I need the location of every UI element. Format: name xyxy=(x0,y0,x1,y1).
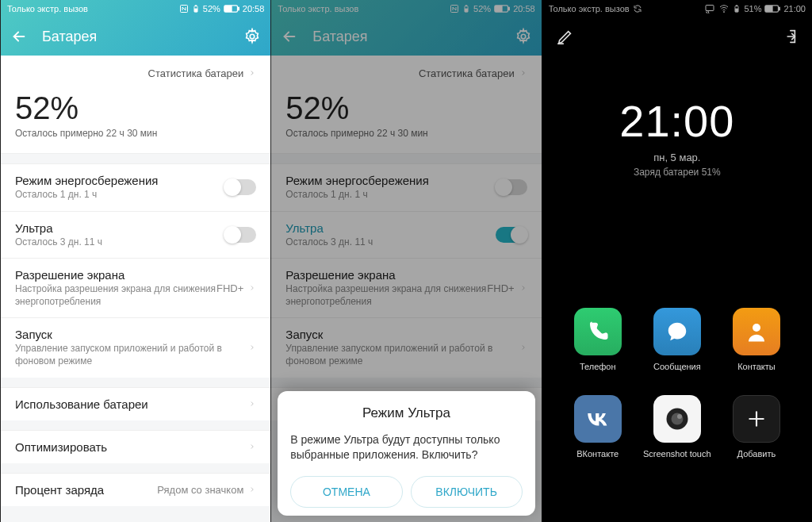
row-power-saving[interactable]: Режим энергосбережения Осталось 1 дн. 1 … xyxy=(271,163,541,211)
row-power-saving[interactable]: Режим энергосбережения Осталось 1 дн. 1 … xyxy=(1,163,270,211)
status-left: Только экстр. вызов xyxy=(549,4,642,13)
exit-icon[interactable] xyxy=(780,28,798,45)
date: пн, 5 мар. xyxy=(542,152,812,163)
status-bar: Только экстр. вызов 52% 20:58 xyxy=(271,0,541,17)
row-title: Процент заряда xyxy=(15,483,157,497)
status-left: Только экстр. вызов xyxy=(278,4,358,13)
gear-icon[interactable] xyxy=(243,28,261,45)
big-time: 21:00 xyxy=(542,95,812,147)
app-label: Сообщения xyxy=(653,362,701,371)
toggle-ultra[interactable] xyxy=(224,227,256,243)
app-label: Контакты xyxy=(737,362,776,371)
row-battery-usage[interactable]: Использование батареи xyxy=(1,387,270,420)
ultra-mode-dialog: Режим Ультра В режиме Ультра будут досту… xyxy=(278,391,534,516)
status-time: 20:58 xyxy=(513,4,535,13)
row-title: Ультра xyxy=(15,221,224,235)
spacer xyxy=(1,420,270,430)
row-screen-resolution[interactable]: Разрешение экрана Настройка разрешения э… xyxy=(271,258,541,317)
chevron-right-icon xyxy=(519,67,527,79)
battery-bar-icon xyxy=(494,5,510,13)
nfc-icon xyxy=(179,4,189,13)
row-optimize[interactable]: Оптимизировать xyxy=(1,430,270,463)
phone-2-ultra-dialog: Только экстр. вызов 52% 20:58 Батарея Ст… xyxy=(270,0,541,522)
app-vk[interactable]: ВКонтакте xyxy=(558,395,638,459)
charge-text: Заряд батареи 51% xyxy=(542,167,812,178)
row-subtitle: Осталось 3 дн. 11 ч xyxy=(285,236,495,249)
app-screenshot-touch[interactable]: Screenshot touch xyxy=(638,395,717,459)
back-icon[interactable] xyxy=(10,28,28,45)
svg-rect-14 xyxy=(496,6,502,12)
svg-rect-16 xyxy=(706,6,714,11)
chevron-right-icon xyxy=(248,282,256,294)
spacer xyxy=(1,154,270,163)
row-ultra[interactable]: Ультра Осталось 3 дн. 11 ч xyxy=(1,211,270,259)
spacer xyxy=(1,463,270,473)
row-subtitle: Управление запуском приложений и работой… xyxy=(285,343,519,367)
spacer xyxy=(1,378,270,387)
svg-rect-10 xyxy=(465,6,467,6)
battery-bar-icon xyxy=(224,5,239,13)
app-add[interactable]: Добавить xyxy=(717,395,796,459)
battery-summary: Статистика батареи 52% Осталось примерно… xyxy=(1,56,270,154)
svg-rect-22 xyxy=(779,7,781,10)
svg-rect-20 xyxy=(736,9,738,12)
svg-rect-5 xyxy=(238,7,239,10)
header-area: Только экстр. вызов 52% 20:58 Батарея xyxy=(271,0,541,56)
row-subtitle: Управление запуском приложений и работой… xyxy=(15,343,248,367)
toggle-power-saving[interactable] xyxy=(224,179,256,195)
wifi-icon xyxy=(718,4,730,13)
chevron-right-icon xyxy=(519,342,527,353)
row-value: FHD+ xyxy=(216,282,243,294)
app-label: ВКонтакте xyxy=(576,449,619,459)
row-battery-percent-setting[interactable]: Процент заряда Рядом со значком xyxy=(1,473,270,506)
battery-icon xyxy=(462,4,470,13)
top-bar xyxy=(542,17,812,56)
battery-remaining: Осталось примерно 22 ч 30 мин xyxy=(15,128,256,139)
chevron-right-icon xyxy=(248,67,256,79)
screenshot-icon xyxy=(653,395,701,443)
status-time: 20:58 xyxy=(243,4,265,13)
status-bar: Только экстр. вызов 52% 20:58 xyxy=(1,0,270,17)
row-subtitle: Настройка разрешения экрана для снижения… xyxy=(285,283,487,308)
app-bar: Батарея xyxy=(271,17,541,56)
status-right: 51% 21:00 xyxy=(704,4,806,13)
row-value: FHD+ xyxy=(487,282,514,294)
battery-stats-link[interactable]: Статистика батареи xyxy=(285,56,527,90)
row-screen-resolution[interactable]: Разрешение экрана Настройка разрешения э… xyxy=(1,258,270,317)
svg-rect-13 xyxy=(508,7,510,10)
app-contacts[interactable]: Контакты xyxy=(717,308,796,371)
chevron-right-icon xyxy=(248,398,256,409)
page-title: Батарея xyxy=(312,29,514,45)
svg-point-15 xyxy=(521,34,526,39)
row-launch[interactable]: Запуск Управление запуском приложений и … xyxy=(271,317,541,377)
row-title: Оптимизировать xyxy=(15,440,248,454)
chevron-right-icon xyxy=(248,441,256,452)
battery-stats-link[interactable]: Статистика батареи xyxy=(15,56,256,90)
battery-icon xyxy=(192,4,200,13)
chevron-right-icon xyxy=(519,282,527,294)
row-title: Разрешение экрана xyxy=(285,268,487,282)
battery-percentage: 52% xyxy=(285,90,527,126)
app-label: Screenshot touch xyxy=(643,449,711,459)
back-icon[interactable] xyxy=(281,28,298,45)
cast-icon xyxy=(704,4,715,13)
app-grid: Телефон Сообщения Контакты ВКонтакте Scr… xyxy=(542,308,812,459)
row-title: Режим энергосбережения xyxy=(285,174,495,187)
app-phone[interactable]: Телефон xyxy=(558,308,638,371)
svg-rect-3 xyxy=(194,9,197,12)
status-battery-pct: 51% xyxy=(744,4,761,13)
row-launch[interactable]: Запуск Управление запуском приложений и … xyxy=(1,317,270,377)
status-battery-pct: 52% xyxy=(203,4,220,13)
row-ultra[interactable]: Ультра Осталось 3 дн. 11 ч xyxy=(271,211,541,259)
toggle-ultra[interactable] xyxy=(496,227,527,243)
edit-icon[interactable] xyxy=(557,28,574,45)
add-icon xyxy=(733,395,780,443)
gear-icon[interactable] xyxy=(515,28,532,45)
enable-button[interactable]: ВКЛЮЧИТЬ xyxy=(411,476,523,508)
cancel-button[interactable]: ОТМЕНА xyxy=(290,476,402,508)
toggle-power-saving[interactable] xyxy=(496,179,527,195)
app-messages[interactable]: Сообщения xyxy=(638,308,717,371)
content: Статистика батареи 52% Осталось примерно… xyxy=(1,56,270,522)
row-title: Использование батареи xyxy=(15,397,248,411)
phone-3-ultra-home: Только экстр. вызов 51% 21:00 21:00 пн, … xyxy=(542,0,812,522)
